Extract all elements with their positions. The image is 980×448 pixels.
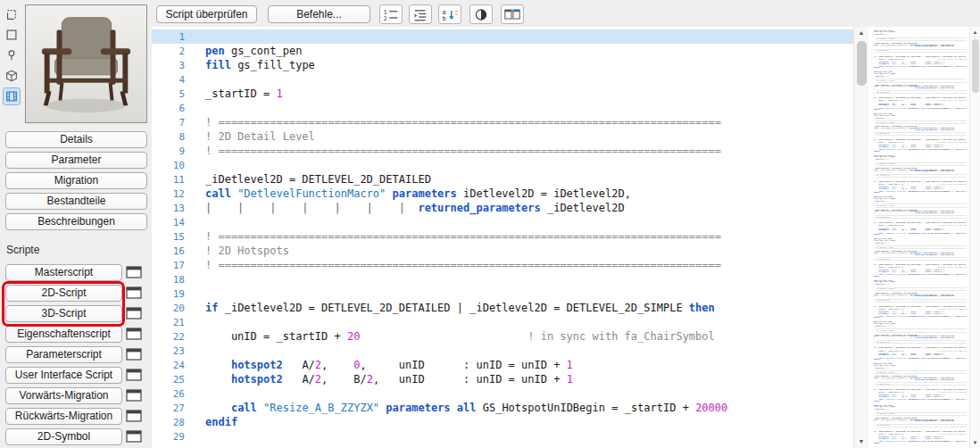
code-line-2[interactable]: 2pen gs_cont_pen	[152, 44, 853, 58]
line-number: 18	[152, 273, 185, 287]
code-line-12[interactable]: 12call "DetlevelFunctionMacro" parameter…	[152, 187, 853, 201]
code-line-24[interactable]: 24 hotspot2 A/2, 0, unID : unID = unID +…	[152, 358, 853, 372]
minimap-line: ! ======================================…	[874, 82, 967, 84]
script-button-masterscript[interactable]: Masterscript	[5, 264, 122, 281]
code-line-18[interactable]: 18	[152, 272, 853, 286]
minimap-scrollbar[interactable]: ▲ ▼	[969, 27, 980, 448]
code-line-5[interactable]: 5_startID = 1	[152, 87, 853, 101]
scroll-up-arrow-icon[interactable]: ▲	[854, 27, 868, 39]
minimap-line: ! ======================================…	[874, 165, 967, 167]
scroll-down-arrow-icon[interactable]: ▼	[854, 436, 868, 448]
minimap-line: ! ======================================…	[874, 302, 967, 303]
line-number: 28	[152, 416, 185, 430]
minimap-scroll-up-arrow-icon[interactable]: ▲	[970, 27, 980, 37]
script-button-2d-script[interactable]: 2D-Script	[5, 285, 122, 302]
code-line-27[interactable]: 27 call "Resize_A_B_ZZYZX" parameters al…	[152, 401, 853, 415]
editor-scrollbar-thumb[interactable]	[857, 41, 867, 86]
line-number: 13	[152, 202, 185, 216]
minimap-line: call "Resize_A_B_ZZYZX" parameters all G…	[874, 149, 967, 151]
gdl-object-editor-window: DetailsParameterMigrationBestandteileBes…	[0, 0, 980, 448]
open-window-icon[interactable]	[126, 410, 142, 422]
line-numbers-icon[interactable]: 12	[379, 4, 403, 24]
check-script-button[interactable]: Script überprüfen	[156, 5, 257, 23]
open-window-icon[interactable]	[126, 369, 142, 381]
code-line-9[interactable]: 9! =====================================…	[152, 144, 853, 158]
open-window-icon[interactable]	[126, 389, 142, 402]
minimap-line: call "Resize_A_B_ZZYZX" parameters all G…	[874, 399, 967, 401]
sidebar-item-parameter[interactable]: Parameter	[5, 152, 147, 169]
script-button-ruckwarts-migration[interactable]: Rückwärts-Migration	[5, 408, 122, 425]
minimap-line: unID = _startID + 20 ! in sync with fa_C…	[874, 392, 967, 394]
code-line-28[interactable]: 28endif	[152, 415, 853, 429]
code-line-14[interactable]: 14	[152, 215, 853, 229]
script-button-2d-symbol[interactable]: 2D-Symbol	[5, 428, 122, 445]
code-line-10[interactable]: 10	[152, 158, 853, 172]
line-number: 9	[152, 145, 185, 159]
code-line-19[interactable]: 19	[152, 286, 853, 301]
code-line-7[interactable]: 7! =====================================…	[152, 115, 853, 129]
minimap-line: ! ======================================…	[874, 260, 967, 261]
minimap-line: unID = _startID + 20 ! in sync with fa_C…	[874, 100, 967, 102]
pin-view-icon[interactable]	[3, 46, 21, 64]
code-line-20[interactable]: 20if _iDetlevel2D = DETLEVEL_2D_DETAILED…	[152, 301, 853, 315]
script-button-eigenschaftenscript[interactable]: Eigenschaftenscript	[5, 326, 122, 343]
commands-button[interactable]: Befehle...	[268, 5, 370, 23]
minimap-line: ! ======================================…	[874, 177, 967, 178]
line-number: 19	[152, 287, 185, 302]
sidebar-item-migration[interactable]: Migration	[5, 172, 147, 189]
code-line-1[interactable]: 1	[152, 29, 853, 44]
code-line-13[interactable]: 13| | | | | | | returned_parameters _iDe…	[152, 201, 853, 215]
code-line-6[interactable]: 6	[152, 101, 853, 115]
code-line-23[interactable]: 23	[152, 344, 853, 358]
sort-lines-icon[interactable]: ab	[438, 4, 461, 24]
minimap-scrollbar-thumb[interactable]	[972, 39, 979, 93]
minimap-line: unID = _startID + 20 ! in sync with fa_C…	[874, 225, 967, 227]
open-window-icon[interactable]	[126, 430, 142, 443]
open-window-icon[interactable]	[126, 307, 142, 319]
script-button-parameterscript[interactable]: Parameterscript	[5, 346, 122, 363]
script-button-user-interface-script[interactable]: User Interface Script	[5, 367, 122, 384]
code-line-21[interactable]: 21	[152, 315, 853, 329]
contrast-icon[interactable]	[469, 4, 493, 24]
sidebar-item-details[interactable]: Details	[5, 131, 147, 148]
line-number: 22	[152, 330, 185, 344]
code-text: hotspot2 A/2, 0, unID : unID = unID + 1	[205, 359, 573, 371]
code-line-29[interactable]: 29	[152, 429, 853, 444]
script-button-3d-script[interactable]: 3D-Script	[5, 305, 122, 322]
code-line-8[interactable]: 8! 2D Detail Level	[152, 129, 853, 144]
code-line-3[interactable]: 3fill gs_fill_type	[152, 58, 853, 72]
square-view-icon[interactable]	[3, 26, 21, 44]
code-editor[interactable]: 12pen gs_cont_pen3fill gs_fill_type45_st…	[152, 27, 853, 448]
code-line-25[interactable]: 25 hotspot2 A/2, B/2, unID : unID = unID…	[152, 372, 853, 386]
minimap-scroll-down-arrow-icon[interactable]: ▼	[970, 437, 980, 448]
line-number: 24	[152, 359, 185, 373]
minimap-line: | | | | | | | returned_parameters _iDetl…	[874, 212, 967, 214]
compare-windows-icon[interactable]	[501, 4, 524, 24]
minimap-line: if _iDetlevel2D = DETLEVEL_2D_DETAILED |…	[874, 264, 967, 266]
code-line-22[interactable]: 22 unID = _startID + 20 ! in sync with f…	[152, 329, 853, 344]
script-button-vorwarts-migration[interactable]: Vorwärts-Migration	[5, 387, 122, 404]
code-line-16[interactable]: 16! 2D Hotspots	[152, 244, 853, 258]
code-line-15[interactable]: 15! ====================================…	[152, 229, 853, 244]
code-line-26[interactable]: 26	[152, 386, 853, 401]
indent-guides-icon[interactable]	[409, 4, 432, 24]
code-minimap[interactable]: pen gs_cont_penfill gs_fill_type_startID…	[868, 27, 969, 448]
minimap-line: ! ======================================…	[874, 123, 967, 125]
code-line-11[interactable]: 11_iDetlevel2D = DETLEVEL_2D_DETAILED	[152, 172, 853, 187]
object-preview[interactable]	[25, 4, 147, 123]
minimap-line: call "Resize_A_B_ZZYZX" parameters all G…	[874, 358, 967, 360]
editor-scrollbar[interactable]: ▲ ▼	[853, 27, 868, 448]
cube-3d-view-icon[interactable]	[3, 67, 21, 85]
open-window-icon[interactable]	[126, 286, 142, 299]
sidebar-item-beschreibungen[interactable]: Beschreibungen	[5, 213, 147, 230]
sidebar-item-bestandteile[interactable]: Bestandteile	[5, 193, 147, 210]
open-window-icon[interactable]	[126, 328, 142, 340]
open-window-icon[interactable]	[126, 348, 142, 361]
code-line-17[interactable]: 17! ====================================…	[152, 258, 853, 272]
rotate-view-icon[interactable]	[3, 5, 21, 23]
film-preview-icon[interactable]	[3, 87, 21, 105]
open-window-icon[interactable]	[126, 266, 142, 278]
minimap-line: | | | | | | | returned_parameters _iDetl…	[874, 295, 967, 297]
code-line-4[interactable]: 4	[152, 72, 853, 87]
minimap-line: ! ======================================…	[874, 415, 967, 417]
